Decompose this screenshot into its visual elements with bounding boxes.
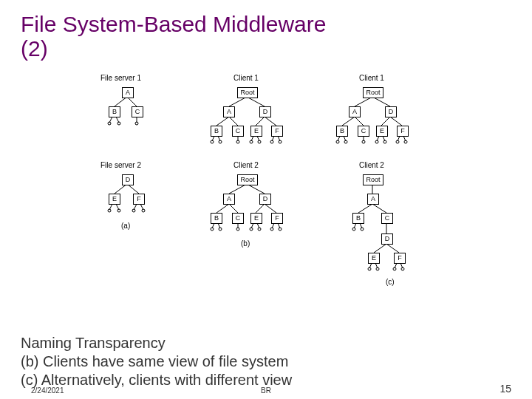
- node-c1b-C: C: [358, 126, 369, 137]
- node-fs1-C: C: [132, 106, 143, 117]
- node-c2a-B: B: [211, 213, 222, 224]
- node-c1b-A: A: [349, 106, 361, 117]
- node-c2a-F: F: [271, 213, 283, 224]
- node-fs1-A: A: [122, 87, 134, 98]
- node-c1a-root: Root: [237, 87, 258, 98]
- node-fs2-D: D: [122, 174, 134, 185]
- node-c1b-E: E: [376, 126, 388, 137]
- tree-c2b-lines: [318, 168, 436, 301]
- svg-line-32: [381, 117, 390, 126]
- caption-l3: (c) Alternatively, clients with differen…: [21, 372, 292, 388]
- node-c1b-root: Root: [363, 87, 383, 98]
- svg-line-60: [216, 204, 229, 213]
- node-c2b-C: C: [381, 213, 393, 224]
- svg-line-10: [216, 117, 229, 126]
- node-c2b-root: Root: [363, 174, 383, 185]
- title-line2: (2): [21, 36, 48, 61]
- title-line1: File System-Based Middleware: [21, 12, 326, 36]
- caption: Naming Transparency (b) Clients have sam…: [21, 334, 292, 389]
- node-c2b-D: D: [381, 233, 393, 245]
- node-c1a-E: E: [250, 126, 262, 137]
- node-c1a-B: B: [211, 126, 222, 137]
- page-title: File System-Based Middleware (2): [0, 0, 532, 61]
- caption-l2: (b) Clients have same view of file syste…: [21, 353, 288, 369]
- sublabel-b: (b): [241, 239, 250, 248]
- node-fs1-B: B: [109, 106, 120, 117]
- footer-page: 15: [499, 383, 511, 395]
- svg-line-13: [265, 117, 276, 126]
- footer-center: BR: [0, 386, 532, 395]
- node-c2a-root: Root: [237, 174, 258, 185]
- node-c1a-A: A: [223, 106, 235, 117]
- node-c1b-F: F: [397, 126, 409, 137]
- node-c1b-D: D: [385, 106, 397, 117]
- node-fs2-F: F: [133, 194, 145, 205]
- svg-line-79: [358, 204, 372, 213]
- svg-line-11: [229, 117, 238, 126]
- node-fs2-E: E: [109, 194, 120, 205]
- svg-line-62: [256, 204, 265, 213]
- node-c2b-A: A: [367, 194, 379, 205]
- svg-line-12: [256, 117, 265, 126]
- svg-line-30: [342, 117, 355, 126]
- caption-l1: Naming Transparency: [21, 335, 166, 351]
- svg-line-86: [374, 244, 386, 253]
- node-c1a-C: C: [232, 126, 244, 137]
- node-c1a-F: F: [271, 126, 283, 137]
- node-c2a-D: D: [259, 194, 271, 205]
- diagram-area: File server 1 A B C Client 1 Root A D B …: [96, 74, 436, 325]
- svg-line-63: [265, 204, 276, 213]
- svg-line-31: [355, 117, 364, 126]
- sublabel-a: (a): [121, 222, 130, 230]
- node-c2a-C: C: [232, 213, 244, 224]
- node-c2b-F: F: [394, 253, 406, 264]
- svg-line-80: [372, 204, 386, 213]
- svg-line-87: [386, 244, 399, 253]
- node-c2b-B: B: [352, 213, 364, 224]
- node-c1a-D: D: [259, 106, 271, 117]
- node-c2a-E: E: [250, 213, 262, 224]
- node-c1b-B: B: [336, 126, 348, 137]
- sublabel-c: (c): [386, 278, 395, 286]
- svg-line-33: [390, 117, 402, 126]
- node-c2b-E: E: [368, 253, 380, 264]
- svg-line-61: [229, 204, 238, 213]
- node-c2a-A: A: [223, 194, 235, 205]
